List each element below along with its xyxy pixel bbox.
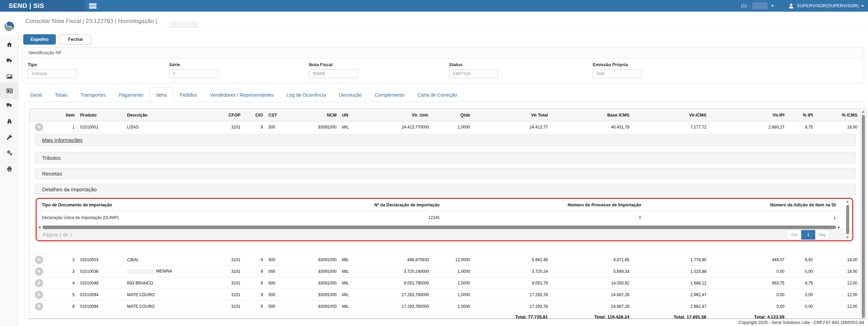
col-header-CFOP[interactable]: CFOP (219, 109, 243, 121)
expand-row-button[interactable]: + (35, 267, 43, 276)
notification-label[interactable]: (1) - (741, 3, 750, 8)
scroll-up-icon[interactable] (862, 111, 865, 113)
cell: 83091000 (287, 121, 339, 133)
expand-row-button[interactable]: + (35, 302, 43, 311)
item-row: +501010094MATE COURO3101950083091000MIL1… (30, 289, 860, 301)
tab-carta-de-corre-o[interactable]: Carta de Correção (411, 87, 463, 102)
field-input[interactable]: EMITIDA (449, 69, 498, 78)
tab-totais[interactable]: Totais (48, 87, 74, 102)
company-logo[interactable] (3, 21, 15, 34)
user-menu[interactable]: SUPERVISOR(SUPERVISOR) (788, 3, 864, 9)
expand-row-button[interactable]: + (35, 291, 43, 299)
tab-itens[interactable]: Itens (150, 87, 173, 102)
expand-row-button[interactable]: + (35, 256, 43, 264)
cell: 01010003 (77, 254, 124, 266)
col-header-Vlr. Unit.[interactable]: Vlr. Unit. (354, 109, 432, 121)
cell: 0,00 (787, 289, 816, 301)
truck-icon[interactable] (0, 52, 19, 68)
tab-log-de-ocorr-ncia[interactable]: Log de Ocorrência (280, 87, 332, 102)
scrollbar-thumb[interactable] (862, 115, 865, 318)
printer-icon[interactable] (0, 161, 19, 177)
home-icon[interactable] (0, 37, 19, 52)
field-input[interactable]: 95696 (309, 69, 358, 78)
tab-pedidos[interactable]: Pedidos (173, 87, 204, 102)
tab-devolu-o[interactable]: Devolução (332, 87, 368, 102)
section-mais-informacoes[interactable]: Mais Informações (35, 134, 856, 146)
cell: 0,00 (787, 266, 816, 277)
col-header-expand[interactable] (30, 109, 48, 121)
item-row: +401010048RIO BRANCO3101950083091000MIL9… (30, 277, 860, 289)
identificacao-nf-title: Identificação NF (22, 47, 864, 58)
cell: 3101 (219, 277, 243, 289)
nf-tabs: GeralTotaisTransportesPagamentoItensPedi… (24, 87, 463, 102)
tab-pagamento[interactable]: Pagamento (112, 87, 150, 102)
scroll-right-icon[interactable] (838, 226, 840, 229)
cell: 9 (243, 289, 266, 301)
col-header-Descrição[interactable]: Descrição (124, 109, 219, 121)
pager-page-1-button[interactable]: 1 (801, 230, 815, 240)
expand-row-button[interactable]: + (35, 279, 43, 287)
col-header-Base ICMS[interactable]: Base ICMS (551, 109, 632, 121)
truck-alt-icon[interactable] (0, 97, 19, 113)
field-status: StatusEMITIDA (449, 62, 586, 78)
menu-toggle-icon[interactable] (89, 0, 103, 12)
field-input[interactable]: SIM (593, 69, 642, 78)
tab-transportes[interactable]: Transportes (74, 87, 112, 102)
section-detalhes-importacao[interactable]: Detalhes da Importação (35, 184, 856, 195)
cell: 12,00 (816, 277, 860, 289)
total-spacer (30, 312, 473, 319)
col-header-CIO[interactable]: CIO (243, 109, 266, 121)
invoice-icon[interactable] (0, 83, 19, 99)
field-input[interactable]: 2 (169, 69, 218, 78)
cell: 500 (266, 289, 287, 301)
pager-next-button[interactable]: Seg (815, 230, 829, 240)
scroll-left-icon[interactable] (39, 226, 40, 229)
expand-row-button[interactable]: + (35, 123, 43, 131)
scroll-down-icon[interactable] (846, 237, 849, 239)
cell: MIL (339, 301, 354, 312)
user-icon (788, 3, 794, 9)
pager-prev-button[interactable]: Ant (787, 230, 801, 240)
col-header-CST[interactable]: CST (266, 109, 287, 121)
breadcrumb: Consultar Nota Fiscal | 23.122793 | Homo… (19, 12, 868, 31)
col-header-Item[interactable]: Item (48, 109, 77, 121)
scrollbar-thumb[interactable] (846, 205, 849, 234)
field-input[interactable]: Entrada (28, 69, 77, 78)
importacao-vertical-scrollbar[interactable] (845, 201, 850, 239)
col-header-UN[interactable]: UN (339, 109, 354, 121)
scrollbar-thumb[interactable] (42, 226, 836, 229)
gears-icon[interactable] (0, 145, 19, 161)
chevron-down-icon (861, 5, 864, 7)
chevron-down-icon[interactable] (771, 5, 774, 7)
cell: 12,00 (816, 301, 860, 312)
col-header-Vlr.ICMS[interactable]: Vlr.ICMS (632, 109, 709, 121)
col-header-% IPI[interactable]: % IPI (787, 109, 816, 121)
cell: 83091000 (287, 266, 339, 277)
scroll-up-icon[interactable] (846, 201, 849, 203)
fechar-button[interactable]: Fechar (60, 34, 91, 45)
col-header-NCM[interactable]: NCM (287, 109, 339, 121)
cell: 01010001 (77, 121, 124, 133)
col-header-Produto[interactable]: Produto (77, 109, 124, 121)
cell: 3101 (219, 266, 243, 277)
tab-content-panel: ItemProdutoDescriçãoCFOPCIOCSTNCMUNVlr. … (24, 102, 864, 319)
chart-icon[interactable] (0, 69, 19, 84)
col-header-Vlr Total[interactable]: Vlr Total (473, 109, 551, 121)
tab-vendedores-representantes[interactable]: Vendedores / Representantes (204, 87, 280, 102)
col-header-Qtde[interactable]: Qtde (432, 109, 473, 121)
section-receitas[interactable]: Receitas (35, 168, 856, 179)
road-icon[interactable] (0, 113, 19, 129)
redacted-client-name (169, 21, 198, 28)
wrench-icon[interactable] (0, 129, 19, 145)
cell: 6 (48, 301, 77, 312)
cell: 2 (48, 254, 77, 266)
cell: 3101 (219, 121, 243, 133)
grid-vertical-scrollbar[interactable] (860, 109, 866, 318)
col-header-% ICMS[interactable]: % ICMS (816, 109, 860, 121)
tab-geral[interactable]: Geral (24, 87, 48, 102)
cell: 1,0000 (432, 289, 473, 301)
tab-complemento[interactable]: Complemento (368, 87, 411, 102)
espelho-button[interactable]: Espelho (23, 34, 56, 45)
section-tributos[interactable]: Tributos (35, 152, 856, 164)
col-header-Vlr.IPI[interactable]: Vlr.IPI (709, 109, 787, 121)
